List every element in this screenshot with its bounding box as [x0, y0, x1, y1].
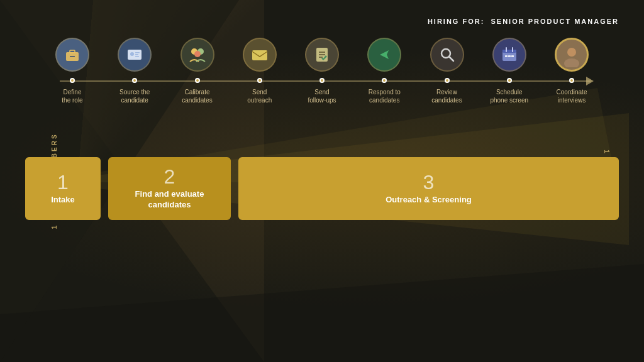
- step-dot-source: [132, 78, 137, 83]
- svg-rect-9: [135, 52, 140, 53]
- phase-2-number: 2: [164, 167, 175, 187]
- phase-2-name: Find and evaluatecandidates: [135, 189, 204, 211]
- step-label-coordinate: Coordinateinterviews: [557, 88, 587, 104]
- phase-box-3: 3 Outreach & Screening: [238, 157, 619, 220]
- step-dot-schedule: [507, 78, 512, 83]
- step-dot-coordinate: [569, 78, 574, 83]
- step-dot-calibrate: [195, 78, 200, 83]
- svg-rect-11: [135, 56, 139, 57]
- step-label-outreach: Sendoutreach: [247, 88, 272, 104]
- svg-rect-28: [511, 55, 514, 57]
- step-icon-review: [430, 38, 464, 72]
- position-text: SENIOR PRODUCT MANAGER: [491, 18, 619, 25]
- step-icon-source: [118, 38, 152, 72]
- svg-rect-23: [502, 50, 516, 53]
- svg-point-14: [194, 51, 201, 57]
- step-respond: Respond tocandidates: [356, 38, 413, 104]
- step-dot-review: [445, 78, 450, 83]
- phase-1-name: Intake: [51, 195, 75, 206]
- svg-rect-27: [508, 55, 511, 57]
- step-icon-calibrate: [180, 38, 214, 72]
- svg-rect-6: [70, 56, 75, 57]
- step-label-source: Source thecandidate: [119, 88, 150, 104]
- step-icon-followup: [305, 38, 339, 72]
- step-label-calibrate: Calibratecandidates: [182, 88, 212, 104]
- step-label-followup: Sendfollow-ups: [308, 88, 336, 104]
- timeline-steps: Definethe role Source thecandidate: [25, 38, 619, 104]
- step-dot-define: [70, 78, 75, 83]
- step-label-define: Definethe role: [62, 88, 82, 104]
- svg-rect-10: [135, 54, 138, 55]
- svg-rect-5: [70, 50, 75, 53]
- step-icon-outreach: [243, 38, 277, 72]
- phase-3-name: Outreach & Screening: [386, 195, 472, 206]
- step-label-respond: Respond tocandidates: [369, 88, 401, 104]
- step-calibrate: Calibratecandidates: [169, 38, 226, 104]
- svg-rect-26: [505, 55, 508, 57]
- main-content: Definethe role Source thecandidate: [25, 38, 619, 349]
- svg-rect-15: [252, 50, 267, 60]
- step-coordinate: Coordinateinterviews: [543, 38, 600, 104]
- phases-section: 1 Intake 2 Find and evaluatecandidates 3…: [25, 157, 619, 220]
- hiring-for-text: HIRING FOR:: [428, 18, 484, 25]
- step-dot-followup: [319, 78, 325, 83]
- step-review: Reviewcandidates: [419, 38, 475, 104]
- phase-1-number: 1: [57, 172, 69, 192]
- hiring-label: HIRING FOR: SENIOR PRODUCT MANAGER: [428, 18, 619, 25]
- phase-box-2: 2 Find and evaluatecandidates: [108, 157, 231, 220]
- step-source: Source thecandidate: [106, 38, 163, 104]
- svg-point-30: [567, 48, 576, 57]
- phase-box-1: 1 Intake: [25, 157, 101, 220]
- svg-line-21: [449, 57, 453, 61]
- step-avatar: [555, 38, 589, 72]
- step-dot-outreach: [257, 78, 262, 83]
- step-label-schedule: Schedulephone screen: [490, 88, 528, 104]
- svg-point-8: [130, 52, 134, 56]
- step-schedule: Schedulephone screen: [481, 38, 538, 104]
- phase-3-number: 3: [423, 172, 435, 192]
- timeline-section: Definethe role Source thecandidate: [25, 38, 619, 151]
- step-dot-respond: [382, 78, 387, 83]
- step-label-review: Reviewcandidates: [431, 88, 462, 104]
- svg-rect-7: [128, 50, 142, 60]
- step-followup: Sendfollow-ups: [294, 38, 350, 104]
- step-icon-respond: [367, 38, 401, 72]
- step-outreach: Sendoutreach: [231, 38, 288, 104]
- step-icon-schedule: [492, 38, 526, 72]
- step-define: Definethe role: [44, 38, 101, 104]
- step-icon-define: [55, 38, 89, 72]
